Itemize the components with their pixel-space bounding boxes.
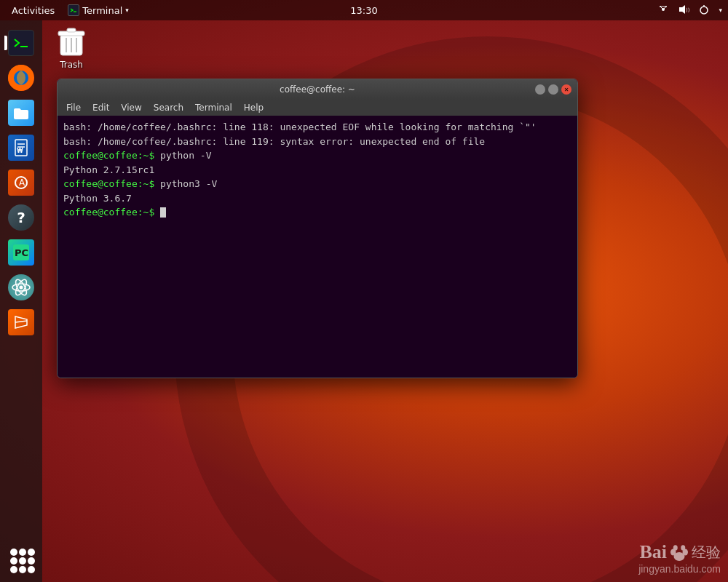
svg-marker-7 (679, 5, 685, 14)
terminal-menu-help[interactable]: Help (238, 100, 269, 116)
trash-label: Trash (60, 60, 83, 70)
software-app-icon: A (8, 170, 34, 196)
svg-point-27 (20, 286, 23, 290)
terminal-menu-edit[interactable]: Edit (87, 100, 115, 116)
sidebar-item-files[interactable] (6, 97, 36, 128)
terminal-topbar-label: Terminal (82, 5, 122, 16)
svg-point-40 (681, 545, 685, 551)
window-close-button[interactable]: ✕ (561, 84, 571, 95)
sidebar-item-sublime[interactable] (6, 307, 36, 338)
terminal-line-4: Python 2.7.15rc1 (63, 163, 571, 178)
terminal-line-6: Python 3.6.7 (63, 191, 571, 206)
power-icon[interactable] (698, 4, 710, 17)
terminal-menu-view[interactable]: View (115, 100, 147, 116)
terminal-window-title: coffee@coffee: ~ (280, 84, 355, 95)
firefox-app-icon (8, 65, 34, 91)
help-app-icon: ? (8, 204, 34, 231)
topbar-dropdown-arrow[interactable]: ▾ (719, 7, 722, 14)
baidu-logo: Bai 经验 (639, 541, 721, 563)
baidu-jingyan-text: 经验 (692, 543, 721, 562)
terminal-window: coffee@coffee: ~ ✕ File Edit View Search… (57, 79, 578, 378)
sound-icon[interactable]: )))) (678, 4, 689, 17)
trash-bin-icon (57, 25, 86, 57)
terminal-menu-search[interactable]: Search (148, 100, 189, 116)
svg-line-4 (660, 7, 663, 9)
terminal-app-icon (8, 30, 34, 56)
terminal-dropdown-arrow: ▾ (125, 7, 129, 14)
files-app-icon (8, 100, 34, 126)
terminal-line-3: coffee@coffee:~$ python -V (63, 148, 571, 163)
trash-desktop-icon[interactable]: Trash (54, 22, 89, 73)
terminal-line-1: bash: /home/coffee/.bashrc: line 118: un… (63, 120, 571, 135)
baidu-watermark: Bai 经验 jingyan.baidu.com (638, 541, 721, 575)
show-apps-icon (8, 546, 34, 573)
svg-text:W: W (17, 148, 23, 154)
svg-text:)))): )))) (686, 7, 689, 13)
sidebar-item-terminal[interactable] (6, 28, 36, 58)
pycharm-app-icon: PC (8, 239, 34, 266)
baidu-paw-icon (668, 541, 690, 563)
terminal-menu-terminal[interactable]: Terminal (189, 100, 238, 116)
window-minimize-button[interactable] (535, 84, 545, 95)
baidu-text: Bai (639, 541, 667, 563)
sidebar-item-show-apps[interactable] (6, 544, 36, 575)
svg-line-29 (15, 321, 27, 322)
svg-text:PC: PC (15, 247, 28, 258)
terminal-titlebar: coffee@coffee: ~ ✕ (58, 79, 577, 100)
topbar-system-icons: )))) ▾ (657, 4, 722, 17)
terminal-body[interactable]: bash: /home/coffee/.bashrc: line 118: un… (58, 116, 577, 378)
svg-text:A: A (19, 178, 25, 188)
network-icon[interactable] (657, 4, 669, 17)
terminal-line-7: coffee@coffee:~$ (63, 205, 571, 220)
sidebar-item-help[interactable]: ? (6, 202, 36, 233)
terminal-line-5: coffee@coffee:~$ python3 -V (63, 177, 571, 191)
baidu-url: jingyan.baidu.com (638, 563, 721, 575)
svg-rect-32 (67, 28, 76, 32)
atom-app-icon (8, 274, 34, 300)
topbar: Activities Terminal ▾ 13:30 (0, 0, 728, 20)
activities-button[interactable]: Activities (6, 5, 60, 16)
sidebar-dock: W A ? PC (0, 20, 42, 582)
window-maximize-button[interactable] (548, 84, 558, 95)
sidebar-item-software[interactable]: A (6, 167, 36, 198)
sidebar-item-pycharm[interactable]: PC (6, 237, 36, 268)
terminal-topbar-icon (68, 4, 79, 16)
svg-line-5 (663, 7, 666, 9)
sidebar-item-firefox[interactable] (6, 63, 36, 93)
terminal-menubar: File Edit View Search Terminal Help (58, 100, 577, 116)
terminal-line-2: bash: /home/coffee/.bashrc: line 119: sy… (63, 135, 571, 149)
sublime-app-icon (8, 309, 34, 335)
svg-point-9 (700, 7, 708, 14)
sidebar-item-libreoffice[interactable]: W (6, 132, 36, 163)
window-controls: ✕ (535, 84, 571, 95)
topbar-clock: 13:30 (350, 5, 377, 16)
libreoffice-app-icon: W (8, 135, 34, 161)
terminal-topbar-button[interactable]: Terminal ▾ (65, 4, 131, 16)
sidebar-item-atom[interactable] (6, 272, 36, 303)
terminal-menu-file[interactable]: File (60, 100, 87, 116)
svg-point-39 (673, 545, 678, 551)
